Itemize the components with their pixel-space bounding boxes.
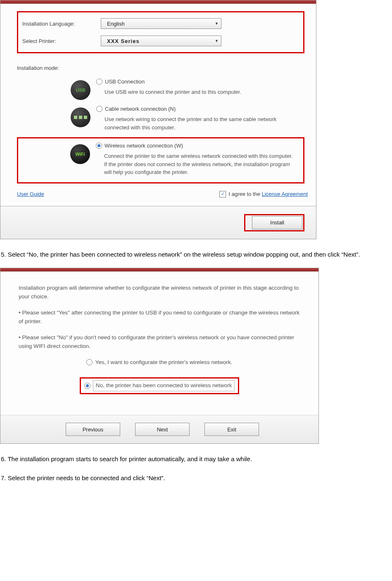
chevron-down-icon: ▼ <box>215 39 219 43</box>
next-button[interactable]: Next <box>135 423 190 436</box>
agree-text: I agree to the License Agreement <box>228 191 308 197</box>
language-label: Installation Language: <box>22 21 101 27</box>
mode-usb[interactable]: USB USB Connection Use USB wire to conne… <box>17 79 304 100</box>
mode-usb-title: USB Connection <box>105 79 145 85</box>
wizard-bullet-yes: • Please select "Yes" after connecting t… <box>19 309 300 326</box>
highlight-wifi-mode: WiFi Wireless network connection (W) Con… <box>17 137 304 183</box>
radio-cable[interactable] <box>96 106 102 112</box>
step-7-text: 7. Select the printer needs to be connec… <box>0 473 392 483</box>
wireless-setup-window: Installation program will determine whet… <box>0 268 319 444</box>
mode-label: Installation mode: <box>17 65 95 71</box>
user-guide-link[interactable]: User Guide <box>17 191 44 197</box>
installer-window: Installation Language: English ▼ Select … <box>0 0 316 239</box>
wizard-bullet-no: • Please select "No" if you don't need t… <box>19 333 300 351</box>
license-link[interactable]: License Agreement <box>262 191 308 197</box>
mode-usb-desc: Use USB wire to connect the printer and … <box>105 88 296 96</box>
mode-cable-desc: Use network wiring to connect the printe… <box>105 115 296 131</box>
mode-wifi-title: Wireless network connection (W) <box>105 143 183 149</box>
highlight-option-no: No, the printer has been connected to wi… <box>80 377 239 394</box>
printer-dropdown[interactable]: XXX Series ▼ <box>101 36 221 46</box>
language-dropdown[interactable]: English ▼ <box>101 18 221 29</box>
language-value: English <box>107 21 125 27</box>
printer-label: Select Printer: <box>22 38 101 44</box>
mode-wifi[interactable]: WiFi Wireless network connection (W) Con… <box>20 143 302 176</box>
highlight-language-printer: Installation Language: English ▼ Select … <box>17 11 304 53</box>
previous-button[interactable]: Previous <box>66 423 120 436</box>
mode-cable[interactable]: Cable network connection (N) Use network… <box>17 106 304 131</box>
option-yes-label: Yes, I want to configurate the printer's… <box>95 358 232 367</box>
usb-icon: USB <box>71 80 90 100</box>
radio-wifi[interactable] <box>96 143 102 149</box>
step-6-text: 6. The installation program starts to se… <box>0 454 392 464</box>
radio-no[interactable] <box>84 383 90 389</box>
agree-checkbox[interactable]: ✓ <box>219 191 226 198</box>
printer-value: XXX Series <box>107 38 140 44</box>
radio-yes[interactable] <box>86 359 93 365</box>
highlight-install-button: Install <box>244 214 304 231</box>
option-yes-row[interactable]: Yes, I want to configurate the printer's… <box>19 358 300 367</box>
titlebar <box>0 0 316 4</box>
exit-button[interactable]: Exit <box>204 423 259 436</box>
chevron-down-icon: ▼ <box>215 21 219 26</box>
network-icon <box>71 107 90 127</box>
option-no-label[interactable]: No, the printer has been connected to wi… <box>93 380 235 391</box>
install-button[interactable]: Install <box>252 216 302 229</box>
mode-cable-title: Cable network connection (N) <box>105 106 176 112</box>
wifi-icon: WiFi <box>70 144 90 164</box>
radio-usb[interactable] <box>96 79 102 85</box>
step-5-text: 5. Select “No, the printer has been conn… <box>0 249 392 260</box>
wizard-intro: Installation program will determine whet… <box>19 284 300 301</box>
titlebar <box>0 268 318 271</box>
mode-wifi-desc: Connect the printer to the same wireless… <box>104 152 293 176</box>
